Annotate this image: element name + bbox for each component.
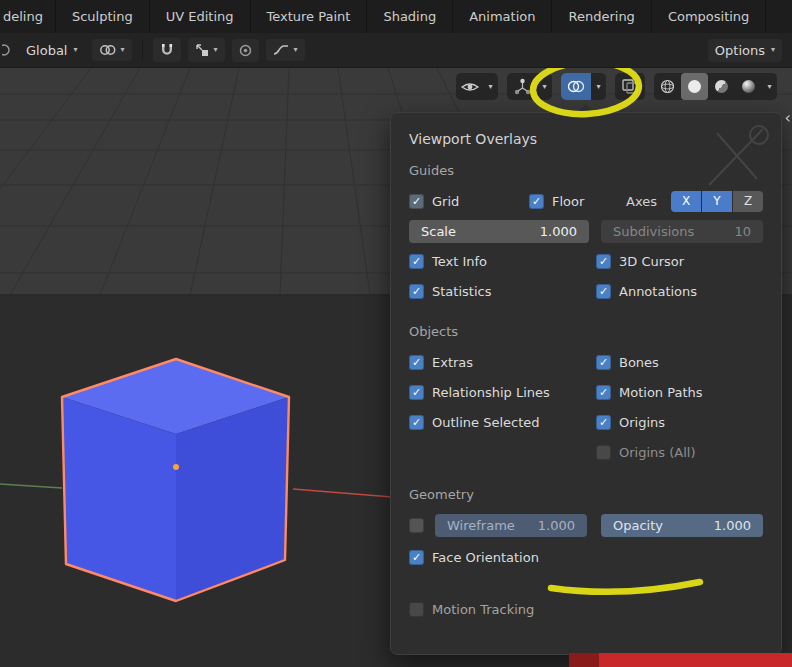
chevron-down-icon: ▾ xyxy=(294,46,298,54)
tab-sculpting[interactable]: Sculpting xyxy=(56,0,150,33)
origins-label: Origins xyxy=(619,415,665,430)
text-info-checkbox[interactable]: Text Info xyxy=(409,254,596,269)
wireframe-checkbox[interactable] xyxy=(409,518,424,533)
checkbox-icon xyxy=(409,385,424,400)
extras-label: Extras xyxy=(432,355,473,370)
xray-toggle[interactable] xyxy=(615,73,645,100)
transform-orientation-dropdown[interactable]: Global ▾ xyxy=(19,39,85,62)
bones-checkbox[interactable]: Bones xyxy=(596,355,659,370)
orientation-label: Global xyxy=(26,43,67,58)
subdivisions-slider[interactable]: Subdivisions 10 xyxy=(601,220,763,243)
objects-row-1: Extras Bones xyxy=(409,349,763,375)
tab-rendering[interactable]: Rendering xyxy=(552,0,651,33)
motion-tracking-row: Motion Tracking xyxy=(409,596,763,622)
checkbox-icon xyxy=(596,445,611,460)
checkbox-icon xyxy=(596,385,611,400)
guides-row-4: Statistics Annotations xyxy=(409,278,763,304)
sidebar-collapse-arrow[interactable]: ‹ xyxy=(785,110,791,126)
grid-checkbox[interactable]: Grid xyxy=(409,194,529,209)
outline-selected-checkbox[interactable]: Outline Selected xyxy=(409,415,596,430)
tab-texture-paint[interactable]: Texture Paint xyxy=(251,0,368,33)
overlays-dropdown[interactable]: ▾ xyxy=(561,73,606,100)
overlays-circles-icon[interactable] xyxy=(561,73,591,100)
wireframe-sphere-icon[interactable] xyxy=(654,73,681,100)
chevron-down-icon: ▾ xyxy=(121,46,125,54)
chevron-down-icon[interactable]: ▾ xyxy=(762,73,777,100)
pivot-point-dropdown[interactable]: ▾ xyxy=(92,39,132,61)
material-sphere-icon[interactable] xyxy=(708,73,735,100)
section-geometry: Geometry xyxy=(409,487,763,502)
face-orientation-checkbox[interactable]: Face Orientation xyxy=(409,550,539,565)
guides-row-3: Text Info 3D Cursor xyxy=(409,248,763,274)
face-orientation-label: Face Orientation xyxy=(432,550,539,565)
motion-paths-checkbox[interactable]: Motion Paths xyxy=(596,385,703,400)
wireframe-value: 1.000 xyxy=(538,518,575,533)
viewport-header-icons: ▾ ▾ ▾ xyxy=(456,73,777,100)
rendered-sphere-icon[interactable] xyxy=(735,73,762,100)
checkbox-icon xyxy=(596,254,611,269)
outline-selected-label: Outline Selected xyxy=(432,415,540,430)
relationship-lines-checkbox[interactable]: Relationship Lines xyxy=(409,385,596,400)
wireframe-slider[interactable]: Wireframe 1.000 xyxy=(435,514,587,537)
wireframe-label: Wireframe xyxy=(447,518,515,533)
viewport-overlays-popover: Viewport Overlays Guides Grid Floor Axes… xyxy=(390,112,782,655)
visibility-dropdown[interactable]: ▾ xyxy=(456,73,498,100)
proportional-editing-toggle[interactable] xyxy=(232,39,259,62)
opacity-value: 1.000 xyxy=(714,518,751,533)
workspace-tab-bar: deling Sculpting UV Editing Texture Pain… xyxy=(0,0,792,33)
shading-mode-group: ▾ xyxy=(654,73,777,100)
bones-label: Bones xyxy=(619,355,659,370)
checkbox-icon xyxy=(409,194,424,209)
snap-target-icon xyxy=(195,43,209,57)
scale-label: Scale xyxy=(421,224,456,239)
checkbox-icon xyxy=(596,284,611,299)
options-dropdown[interactable]: Options ▾ xyxy=(708,39,782,62)
tab-modeling-partial[interactable]: deling xyxy=(0,0,56,33)
snap-toggle[interactable] xyxy=(153,38,181,62)
chevron-down-icon[interactable]: ▾ xyxy=(483,73,498,100)
gizmos-dropdown[interactable]: ▾ xyxy=(507,73,552,100)
opacity-slider[interactable]: Opacity 1.000 xyxy=(601,514,763,537)
snap-target-dropdown[interactable]: ▾ xyxy=(188,38,225,62)
floor-checkbox[interactable]: Floor xyxy=(529,194,584,209)
grid-scale-slider[interactable]: Scale 1.000 xyxy=(409,220,589,243)
axes-label: Axes xyxy=(626,194,657,209)
motion-paths-label: Motion Paths xyxy=(619,385,703,400)
tab-shading[interactable]: Shading xyxy=(367,0,453,33)
scale-value: 1.000 xyxy=(540,224,577,239)
extras-checkbox[interactable]: Extras xyxy=(409,355,596,370)
object-origin-dot xyxy=(173,464,179,470)
proportional-circle-icon xyxy=(239,44,252,57)
3d-viewport[interactable]: ▾ ▾ ▾ xyxy=(0,68,792,667)
checkbox-icon xyxy=(409,415,424,430)
chevron-down-icon: ▾ xyxy=(771,46,775,54)
editor-icon-partial xyxy=(2,43,12,57)
objects-row-2: Relationship Lines Motion Paths xyxy=(409,379,763,405)
video-progress-bright-segment xyxy=(599,653,792,667)
chevron-down-icon[interactable]: ▾ xyxy=(591,73,606,100)
origins-checkbox[interactable]: Origins xyxy=(596,415,665,430)
checkbox-icon xyxy=(409,355,424,370)
falloff-dropdown[interactable]: ▾ xyxy=(266,39,305,61)
solid-sphere-icon[interactable] xyxy=(681,73,708,100)
annotations-label: Annotations xyxy=(619,284,697,299)
eye-icon xyxy=(456,73,483,100)
gizmo-icon[interactable] xyxy=(507,73,537,100)
tab-animation[interactable]: Animation xyxy=(453,0,552,33)
tab-uv-editing[interactable]: UV Editing xyxy=(150,0,251,33)
geometry-row-1: Wireframe 1.000 Opacity 1.000 xyxy=(409,512,763,538)
checkbox-icon xyxy=(596,415,611,430)
checkbox-icon xyxy=(409,284,424,299)
motion-tracking-label: Motion Tracking xyxy=(432,602,534,617)
statistics-checkbox[interactable]: Statistics xyxy=(409,284,596,299)
motion-tracking-checkbox[interactable]: Motion Tracking xyxy=(409,602,534,617)
chevron-down-icon[interactable]: ▾ xyxy=(537,73,552,100)
popover-arrow xyxy=(577,104,595,113)
annotations-checkbox[interactable]: Annotations xyxy=(596,284,697,299)
video-progress-bar xyxy=(569,653,792,667)
origins-all-checkbox[interactable]: Origins (All) xyxy=(596,445,695,460)
opacity-label: Opacity xyxy=(613,518,663,533)
section-objects: Objects xyxy=(409,324,763,339)
tab-compositing[interactable]: Compositing xyxy=(652,0,767,33)
3d-cursor-checkbox[interactable]: 3D Cursor xyxy=(596,254,684,269)
